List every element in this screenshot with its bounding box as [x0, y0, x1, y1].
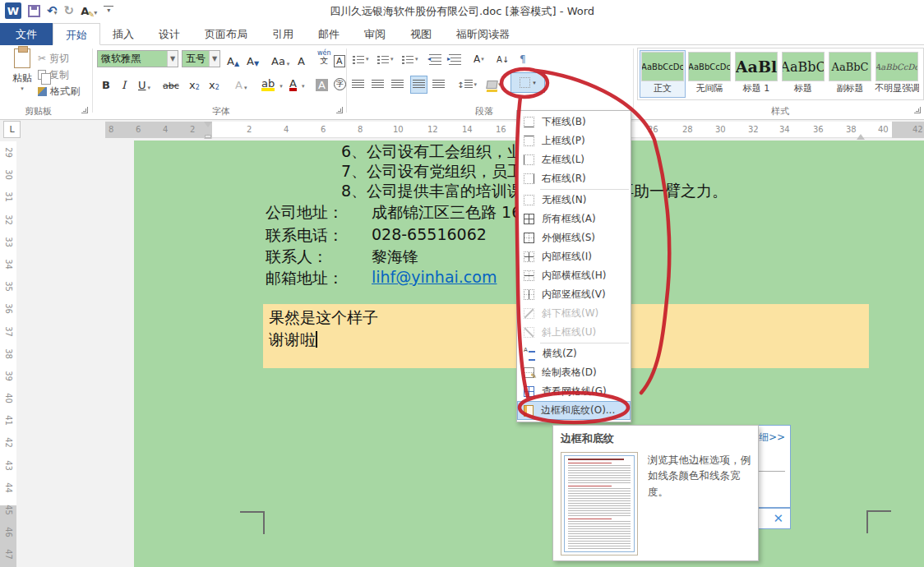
- menu-item-horizontal-line[interactable]: 横线(Z): [517, 344, 631, 363]
- contact-label[interactable]: 联系人：: [266, 247, 328, 268]
- phone-value[interactable]: 028-65516062: [372, 225, 487, 243]
- multilevel-list-button[interactable]: ▾: [401, 51, 418, 67]
- highlight-line-2[interactable]: 谢谢啦: [269, 330, 317, 351]
- tab-insert[interactable]: 插入: [100, 23, 146, 45]
- doc-line-7[interactable]: 7、公司设有党组织，员工: [341, 161, 523, 182]
- menu-item-border-top[interactable]: 上框线(P): [517, 131, 631, 150]
- styles-dialog-launcher[interactable]: [914, 107, 921, 113]
- text-highlight-button[interactable]: ab▾: [261, 73, 283, 90]
- menu-item-diagonal-down-border[interactable]: 斜下框线(W): [517, 304, 631, 323]
- menu-item-border-right[interactable]: 右框线(R): [517, 169, 631, 188]
- bold-button[interactable]: B: [102, 75, 110, 91]
- email-link[interactable]: lihf@yinhai.com: [372, 268, 497, 286]
- ruler-number: 42: [0, 435, 20, 451]
- font-name-select[interactable]: 微软雅黑 ▼: [97, 50, 178, 67]
- style-subtle-emphasis[interactable]: AaBbCcDc 不明显强调: [874, 50, 920, 98]
- italic-button[interactable]: I: [122, 75, 126, 91]
- right-indent-marker[interactable]: [857, 130, 865, 140]
- paste-button[interactable]: 粘贴 ▾: [7, 48, 38, 103]
- tab-file[interactable]: 文件: [0, 23, 53, 45]
- tab-layout[interactable]: 页面布局: [192, 23, 260, 45]
- font-size-select[interactable]: 五号 ▼: [182, 50, 220, 67]
- character-shading-button[interactable]: A: [316, 75, 328, 91]
- font-size-dropdown-icon[interactable]: ▼: [209, 51, 219, 67]
- numbering-button[interactable]: ▾: [377, 51, 394, 67]
- asian-layout-button[interactable]: A▾: [474, 51, 484, 67]
- style-heading1[interactable]: AaBl 标题 1: [733, 50, 779, 98]
- sort-button[interactable]: A↓: [497, 51, 509, 67]
- change-case-button[interactable]: Aa▾: [271, 51, 289, 67]
- menu-item-borders-and-shading[interactable]: 边框和底纹(O)...: [517, 401, 631, 420]
- tab-home[interactable]: 开始: [53, 23, 100, 45]
- superscript-button[interactable]: x2: [209, 75, 219, 91]
- distribute-button[interactable]: [432, 76, 445, 93]
- style-normal[interactable]: AaBbCcDc 正文: [640, 50, 686, 98]
- tab-references[interactable]: 引用: [260, 23, 306, 45]
- borders-button[interactable]: ▾: [511, 73, 544, 92]
- menu-item-inside-borders[interactable]: 内部框线(I): [517, 247, 631, 266]
- menu-item-draw-table[interactable]: 绘制表格(D): [517, 363, 631, 382]
- style-no-spacing[interactable]: AaBbCcDc 无间隔: [686, 50, 732, 98]
- bullets-button[interactable]: ▾: [352, 51, 369, 67]
- font-name-dropdown-icon[interactable]: ▼: [167, 51, 178, 67]
- grow-font-button[interactable]: A▲: [227, 51, 239, 67]
- enclose-characters-button[interactable]: 字: [334, 74, 346, 90]
- menu-item-view-gridlines[interactable]: 查看网格线(G): [517, 382, 631, 401]
- subscript-button[interactable]: x2: [189, 75, 200, 91]
- tab-design[interactable]: 设计: [146, 23, 192, 45]
- cut-button[interactable]: ✂ 剪切: [38, 50, 69, 67]
- tab-view[interactable]: 视图: [398, 23, 444, 45]
- menu-item-border-bottom[interactable]: 下框线(B): [517, 113, 631, 131]
- underline-button[interactable]: U▾: [138, 75, 150, 91]
- increase-indent-button[interactable]: [449, 51, 461, 67]
- tab-mailings[interactable]: 邮件: [306, 23, 352, 45]
- email-label[interactable]: 邮箱地址：: [266, 268, 344, 289]
- font-color-button[interactable]: A▾: [289, 73, 304, 90]
- doc-line-8[interactable]: 8、公司提供丰富的培训课: [341, 181, 523, 202]
- character-border-button[interactable]: A: [334, 51, 345, 67]
- align-right-button[interactable]: [391, 76, 404, 93]
- highlight-line-1[interactable]: 果然是这个样子: [269, 307, 378, 329]
- vertical-ruler[interactable]: 29303132333435363738394041424344454647: [0, 141, 16, 567]
- left-indent-marker[interactable]: [205, 135, 211, 138]
- align-center-button[interactable]: [372, 76, 384, 93]
- shrink-font-button[interactable]: A▼: [247, 51, 259, 67]
- clipboard-dialog-launcher[interactable]: [81, 107, 88, 113]
- tab-review[interactable]: 审阅: [352, 23, 398, 45]
- copy-button[interactable]: 复制: [38, 67, 69, 83]
- text-effects-button[interactable]: A▾: [235, 75, 247, 91]
- doc-line-6[interactable]: 6、公司设有工会组织，业: [341, 141, 523, 163]
- borders-dropdown-icon[interactable]: ▾: [533, 80, 536, 86]
- menu-item-border-left[interactable]: 左框线(L): [517, 150, 631, 169]
- strikethrough-button[interactable]: abc: [163, 75, 179, 91]
- tab-foxit[interactable]: 福昕阅读器: [444, 23, 522, 45]
- menu-item-inside-horizontal-border[interactable]: 内部横框线(H): [517, 266, 631, 285]
- ruler-number: 32: [748, 125, 759, 134]
- paste-icon: [14, 48, 30, 68]
- shading-button[interactable]: ▾: [487, 76, 501, 93]
- font-dialog-launcher[interactable]: [336, 107, 343, 113]
- paragraph-group-label: 段落: [475, 105, 493, 118]
- phonetic-guide-button[interactable]: wén文: [317, 48, 331, 65]
- justify-button[interactable]: [411, 76, 427, 93]
- menu-item-diagonal-up-border[interactable]: 斜上框线(U): [517, 323, 631, 342]
- align-left-button[interactable]: [352, 76, 364, 93]
- style-title[interactable]: AaBbC 标题: [780, 50, 826, 98]
- company-address-label[interactable]: 公司地址：: [266, 202, 344, 224]
- line-spacing-button[interactable]: ↕▾: [457, 76, 477, 93]
- show-hide-marks-button[interactable]: ¶: [520, 51, 526, 67]
- menu-item-inside-vertical-border[interactable]: 内部竖框线(V): [517, 285, 631, 304]
- contact-value[interactable]: 黎海锋: [372, 247, 418, 268]
- menu-item-outside-borders[interactable]: 外侧框线(S): [517, 228, 631, 247]
- format-painter-button[interactable]: 格式刷: [38, 83, 80, 99]
- close-icon[interactable]: ✕: [773, 511, 783, 526]
- decrease-indent-button[interactable]: [429, 51, 441, 67]
- doc-line-8-continued[interactable]: 再助一臂之力。: [618, 181, 728, 202]
- crop-mark-right: [866, 510, 891, 512]
- company-address-value[interactable]: 成都锦江区三色路 16: [372, 202, 521, 224]
- menu-item-no-border[interactable]: 无框线(N): [517, 191, 631, 210]
- phone-label[interactable]: 联系电话：: [266, 225, 344, 247]
- horizontal-ruler[interactable]: 8642246810121416262830323436384042: [0, 122, 924, 138]
- menu-item-all-borders[interactable]: 所有框线(A): [517, 210, 631, 228]
- style-subtitle[interactable]: AaBbC 副标题: [827, 50, 873, 98]
